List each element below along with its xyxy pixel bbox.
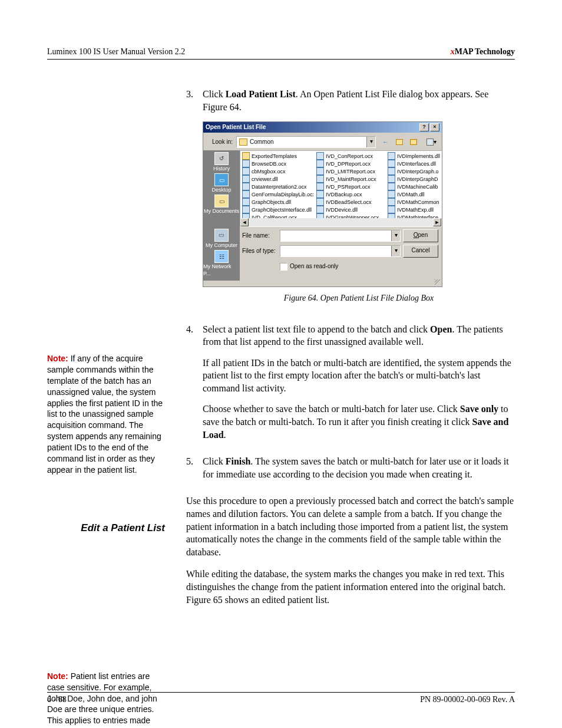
views-chevron-down-icon[interactable]: ▾ (434, 138, 437, 146)
desktop-icon: ▭ (214, 173, 229, 186)
file-icon (242, 160, 250, 167)
open-patient-list-dialog: Open Patient List File ? × Look in: Comm… (203, 121, 442, 286)
side-column: Note: If any of the acquire sample comma… (47, 88, 165, 728)
list-item[interactable]: cbMsgbox.ocx (242, 167, 313, 175)
documents-icon: ▭ (214, 195, 229, 207)
list-item[interactable]: IVD_MaintReport.ocx (316, 175, 385, 183)
file-icon (388, 198, 395, 206)
file-icon (242, 190, 250, 198)
section-heading-edit-patient-list: Edit a Patient List (47, 522, 165, 535)
step-4: 4. Select a patient list text file to ap… (186, 323, 515, 450)
file-icon (316, 190, 324, 198)
list-item[interactable]: crviewer.dll (242, 175, 313, 183)
chevron-down-icon[interactable]: ▾ (366, 137, 375, 147)
file-icon (388, 160, 395, 167)
dialog-title: Open Patient List File (206, 123, 266, 131)
list-item[interactable]: BrowseDB.ocx (242, 160, 313, 167)
folder-open-icon (239, 139, 247, 146)
file-icon (316, 206, 324, 213)
file-icon (388, 152, 395, 160)
header-left: Luminex 100 IS User Manual Version 2.2 (47, 47, 185, 57)
file-icon (388, 167, 395, 175)
cancel-button[interactable]: Cancel (403, 245, 438, 258)
note-acquire: Note: If any of the acquire sample comma… (47, 353, 165, 476)
network-icon: ☷ (214, 250, 229, 263)
places-mycomputer[interactable]: ▭My Computer (206, 228, 237, 249)
list-item[interactable]: GenFormulaDisplayLib.ocx (242, 190, 313, 198)
chevron-down-icon[interactable]: ▾ (391, 246, 400, 256)
list-item[interactable]: IVDBackup.ocx (316, 190, 385, 198)
page-footer: 6 - 68 PN 89-00002-00-069 Rev. A (47, 692, 515, 704)
page-header: Luminex 100 IS User Manual Version 2.2 x… (47, 47, 515, 60)
list-item[interactable]: IVDMathCommon (387, 198, 440, 206)
file-icon (242, 167, 250, 175)
file-icon (388, 190, 395, 198)
list-item[interactable]: IVD_ConReport.ocx (316, 152, 385, 160)
scroll-left-icon[interactable]: ◄ (240, 218, 249, 226)
horizontal-scrollbar[interactable]: ◄ ► (240, 218, 441, 226)
file-icon (242, 183, 250, 190)
page-number: 6 - 68 (47, 695, 67, 704)
filetype-label: Files of type: (242, 247, 277, 255)
file-icon (316, 175, 324, 183)
list-item[interactable]: IVDBeadSelect.ocx (316, 198, 385, 206)
back-icon[interactable]: ← (379, 136, 391, 148)
lookin-label: Look in: (209, 138, 233, 146)
file-icon (242, 175, 250, 183)
main-column: 3. Click Load Patient List. An Open Pati… (186, 88, 515, 728)
list-item[interactable]: DataInterpretation2.ocx (242, 183, 313, 190)
open-button[interactable]: Open (403, 229, 438, 242)
new-folder-icon[interactable] (408, 136, 419, 148)
file-icon (316, 198, 324, 206)
file-icon (316, 160, 324, 167)
list-item[interactable]: GraphObjects.dll (242, 198, 313, 206)
places-history[interactable]: ↺History (203, 151, 240, 173)
list-item[interactable]: IVDInterpGraph.o (387, 167, 440, 175)
list-item[interactable]: IVDImplements.dll (387, 152, 440, 160)
doc-rev: PN 89-00002-00-069 Rev. A (420, 695, 515, 704)
step-3: 3. Click Load Patient List. An Open Pati… (186, 88, 515, 317)
list-item[interactable]: IVDInterpGraphD (387, 175, 440, 183)
list-item[interactable]: IVDMath.dll (387, 190, 440, 198)
figure-caption: Figure 64. Open Patient List File Dialog… (203, 293, 515, 304)
list-item[interactable]: IVD_PSReport.ocx (316, 183, 385, 190)
up-one-level-icon[interactable] (394, 136, 405, 148)
places-mydocuments[interactable]: ▭My Documents (203, 194, 240, 215)
filetype-select[interactable]: ▾ (280, 245, 401, 257)
list-item[interactable]: IVDDevice.dll (316, 206, 385, 213)
file-icon (316, 183, 324, 190)
list-item[interactable]: IVDInterfaces.dll (387, 160, 440, 167)
views-icon[interactable]: ▾ (422, 136, 438, 148)
file-icon (316, 152, 324, 160)
file-icon (242, 206, 250, 213)
places-network[interactable]: ☷My Network P... (203, 249, 240, 278)
header-right: xMAP Technology (451, 47, 515, 57)
history-icon: ↺ (214, 152, 229, 165)
filename-label: File name: (242, 232, 277, 240)
filename-input[interactable]: ▾ (280, 230, 401, 242)
computer-icon: ▭ (214, 229, 229, 242)
step-5: 5. Click Finish. The system saves the ba… (186, 455, 515, 489)
list-item[interactable]: IVDMachineCalib (387, 183, 440, 190)
list-item[interactable]: ExportedTemplates (242, 152, 313, 160)
file-listing[interactable]: ExportedTemplates BrowseDB.ocx cbMsgbox.… (240, 150, 442, 227)
list-item[interactable]: IVD_LMITReport.ocx (316, 167, 385, 175)
lookin-select[interactable]: Common ▾ (236, 136, 376, 148)
readonly-checkbox[interactable] (280, 263, 287, 271)
scroll-right-icon[interactable]: ► (433, 218, 441, 226)
file-icon (242, 198, 250, 206)
list-item[interactable]: GraphObjectsInterface.dll (242, 206, 313, 213)
file-icon (388, 175, 395, 183)
places-desktop[interactable]: ▭Desktop (203, 173, 240, 194)
file-icon (388, 183, 395, 190)
list-item[interactable]: IVDMathExp.dll (387, 206, 440, 213)
close-icon[interactable]: × (430, 123, 439, 131)
chevron-down-icon[interactable]: ▾ (391, 230, 400, 241)
file-icon (316, 167, 324, 175)
list-item[interactable]: IVD_DPReport.ocx (316, 160, 385, 167)
help-icon[interactable]: ? (419, 123, 429, 131)
edit-para-1: Use this procedure to open a previously … (186, 495, 515, 558)
resize-handle-icon[interactable] (203, 281, 442, 286)
lookin-value: Common (250, 138, 274, 146)
readonly-label: Open as read-only (290, 262, 338, 271)
